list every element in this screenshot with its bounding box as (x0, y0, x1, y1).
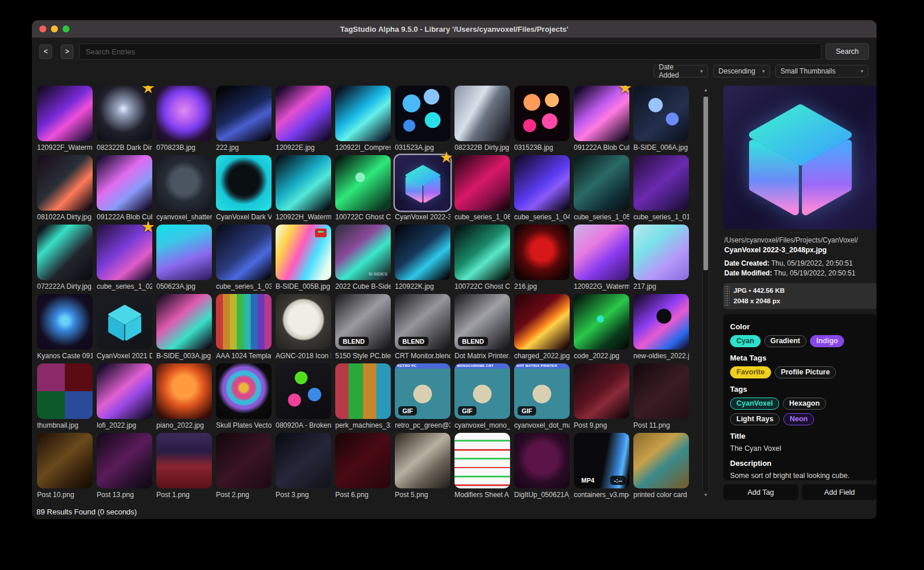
tag-pill[interactable]: Cyan (730, 335, 761, 347)
grid-item[interactable]: MONOCHROME CRTGIFcyanvoxel_mono_cr (454, 363, 510, 429)
grid-item[interactable]: cube_series_1_01.j (633, 155, 689, 221)
grid-item[interactable]: Post 5.png (395, 433, 450, 499)
thumbnail[interactable] (216, 363, 272, 419)
thumbnail[interactable] (37, 363, 93, 419)
grid-item[interactable]: printed color card i (633, 433, 689, 499)
thumbnail[interactable] (97, 294, 152, 350)
thumbnail[interactable] (216, 225, 272, 280)
grid-item[interactable]: 222.jpg (216, 86, 272, 152)
sort-direction-dropdown[interactable]: Descending ▾ (713, 65, 770, 78)
thumbnail[interactable] (156, 294, 212, 350)
drag-grip-icon[interactable] (725, 286, 729, 306)
grid-item[interactable]: lofi_2022.jpg (97, 363, 152, 429)
thumbnail[interactable] (276, 86, 331, 141)
tag-pill[interactable]: Favorite (730, 366, 771, 378)
thumbnail[interactable] (633, 225, 689, 280)
thumbnail[interactable] (97, 433, 152, 488)
grid-item[interactable]: B-SIDE_006A.jpg (633, 86, 689, 152)
close-button[interactable] (39, 25, 46, 32)
thumbnail[interactable]: BLEND (335, 294, 391, 350)
grid-item[interactable]: 050623A.jpg (156, 225, 212, 290)
thumbnail[interactable]: DOT MATRIX PRINTERGIF (514, 363, 570, 419)
grid-item[interactable]: BLENDCRT Monitor.blend (395, 294, 450, 360)
grid-item[interactable]: 216.jpg (514, 225, 570, 290)
grid-item[interactable]: Post 13.png (97, 433, 152, 499)
thumbnail[interactable] (37, 86, 93, 141)
thumbnail[interactable] (395, 433, 450, 488)
grid-item[interactable]: cube_series_1_06.j (454, 155, 510, 221)
thumbnail[interactable] (97, 363, 152, 419)
thumbnail[interactable] (156, 225, 212, 280)
grid-item[interactable]: 120922F_Watermark (37, 86, 93, 152)
grid-item[interactable]: 120922K.jpg (395, 225, 450, 290)
grid-scrollbar[interactable]: ▲ ▼ (702, 87, 710, 499)
scroll-down-icon[interactable]: ▼ (703, 492, 708, 499)
sort-field-dropdown[interactable]: Date Added ▾ (654, 65, 708, 78)
grid-item[interactable]: Post 11.png (633, 363, 689, 429)
thumbnail[interactable] (395, 86, 450, 141)
thumbnail[interactable] (156, 155, 212, 211)
grid-item[interactable]: Post 3.png (276, 433, 331, 499)
thumbnail[interactable] (335, 363, 391, 419)
grid-item[interactable]: CyanVoxel 2021 Dis (97, 294, 152, 360)
thumbnail[interactable] (574, 294, 629, 350)
grid-item[interactable]: BLENDDot Matrix Printer.b (454, 294, 510, 360)
thumbnail[interactable] (216, 294, 272, 350)
tag-pill[interactable]: Hexagon (783, 398, 826, 410)
thumbnail[interactable] (37, 433, 93, 488)
forward-button[interactable]: > (61, 45, 74, 59)
grid-item[interactable]: B-SIDE_003A.jpg (156, 294, 212, 360)
grid-item[interactable]: ★cube_series_1_02.j (97, 225, 152, 290)
add-tag-button[interactable]: Add Tag (723, 484, 798, 500)
grid-item[interactable]: 100722C Ghost Cub (335, 155, 391, 221)
grid-item[interactable]: 217.jpg (633, 225, 689, 290)
zoom-button[interactable] (63, 25, 69, 32)
thumbnail[interactable]: MP4-:-- (574, 433, 629, 488)
grid-item[interactable]: charged_2022.jpg (514, 294, 570, 360)
scroll-up-icon[interactable]: ▲ (703, 87, 708, 94)
grid-item[interactable]: 031523B.jpg (514, 86, 570, 152)
grid-item[interactable]: cyanvoxel_shattere (156, 155, 212, 221)
grid-item[interactable]: 031523A.jpg (395, 86, 450, 152)
tag-pill[interactable]: Profile Picture (775, 366, 837, 378)
thumbnail[interactable] (276, 225, 331, 280)
minimize-button[interactable] (51, 25, 58, 32)
thumbnail[interactable] (37, 294, 93, 350)
thumbnail[interactable] (97, 155, 152, 211)
thumbnail[interactable]: B-SIDES (335, 225, 391, 280)
grid-item[interactable]: Post 2.png (216, 433, 272, 499)
thumbnail[interactable] (514, 225, 570, 280)
thumbnail[interactable] (574, 363, 629, 419)
panel-resize-handle[interactable]: ······ (723, 229, 877, 236)
search-input[interactable] (79, 43, 822, 60)
grid-item[interactable]: Post 10.png (37, 433, 93, 499)
grid-item[interactable]: AAA 1024 Template (216, 294, 272, 360)
grid-item[interactable]: BLEND5150 Style PC.blend (335, 294, 391, 360)
thumbnail[interactable] (454, 86, 510, 141)
tag-pill[interactable]: Gradient (764, 335, 806, 347)
thumbnail[interactable] (395, 225, 450, 280)
grid-item[interactable]: 091222A Blob Cube (97, 155, 152, 221)
thumbnail[interactable] (514, 155, 570, 211)
scrollbar-track[interactable] (702, 94, 709, 492)
grid-item[interactable]: 072222A Dirty.jpg (37, 225, 93, 290)
grid-item[interactable]: 120922G_Watermar (574, 225, 629, 290)
grid-item[interactable]: new-oldies_2022.jp (633, 294, 689, 360)
grid-item[interactable]: Skull Plates Vector (216, 363, 272, 429)
thumbnail[interactable]: MONOCHROME CRTGIF (454, 363, 510, 419)
thumbnail[interactable] (37, 155, 93, 211)
thumbnail[interactable] (514, 86, 570, 141)
thumbnail[interactable] (514, 433, 570, 488)
tag-pill[interactable]: Light Rays (730, 413, 780, 425)
thumbnail[interactable] (156, 433, 212, 488)
grid-item[interactable]: cube_series_1_03.j (216, 225, 272, 290)
grid-item[interactable]: DigItUp_050621A_S (514, 433, 570, 499)
thumbnail[interactable] (633, 363, 689, 419)
thumbnail[interactable] (454, 433, 510, 488)
grid-item[interactable]: Post 9.png (574, 363, 629, 429)
back-button[interactable]: < (39, 45, 52, 59)
grid-item[interactable]: piano_2022.jpg (156, 363, 212, 429)
grid-item[interactable]: Post 6.png (335, 433, 391, 499)
grid-item[interactable]: B-SIDES2022 Cube B-Sides (335, 225, 391, 290)
grid-item[interactable]: 120922I_Compresse (335, 86, 391, 152)
